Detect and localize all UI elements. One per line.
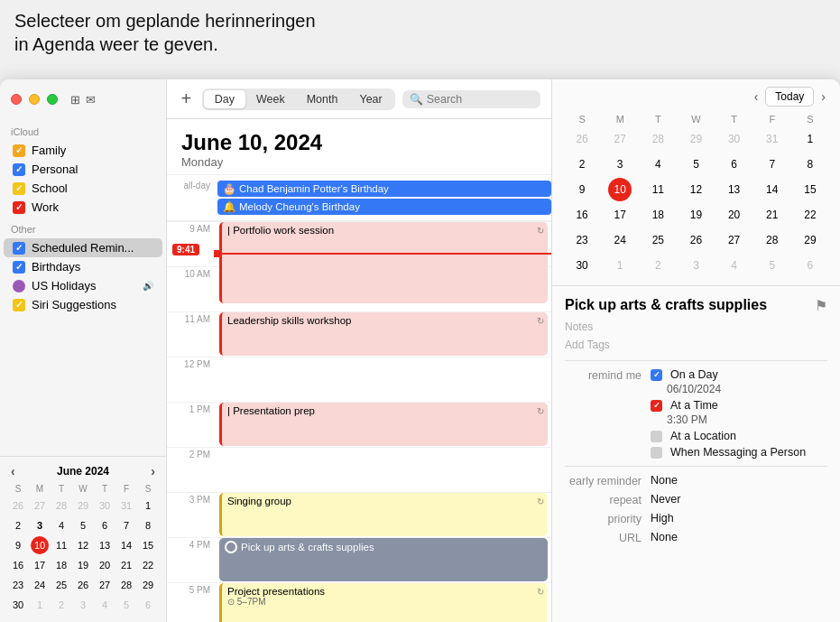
right-cal-day[interactable]: 5 — [761, 254, 784, 277]
sidebar-item-work[interactable]: Work — [4, 198, 162, 217]
mini-cal-prev[interactable]: ‹ — [11, 464, 15, 478]
right-cal-day[interactable]: 2 — [646, 254, 669, 277]
mini-cal-day[interactable]: 4 — [52, 516, 70, 534]
right-cal-day[interactable]: 30 — [570, 254, 594, 277]
mini-cal-day[interactable]: 7 — [117, 516, 135, 534]
right-cal-day[interactable]: 6 — [798, 254, 822, 277]
right-cal-day[interactable]: 9 — [570, 178, 594, 201]
sidebar-item-scheduled-reminders[interactable]: Scheduled Remin... — [4, 238, 162, 257]
mini-cal-day[interactable]: 31 — [117, 497, 135, 515]
add-event-button[interactable]: + — [178, 88, 195, 110]
mini-cal-day-today[interactable]: 10 — [31, 536, 49, 554]
mini-cal-day[interactable]: 27 — [31, 497, 49, 515]
mini-cal-day[interactable]: 18 — [52, 556, 70, 574]
right-cal-day[interactable]: 15 — [798, 178, 822, 201]
mini-cal-day[interactable]: 2 — [9, 516, 27, 534]
right-cal-day[interactable]: 23 — [570, 228, 594, 252]
mini-cal-day[interactable]: 28 — [52, 497, 70, 515]
us-holidays-checkbox[interactable] — [13, 280, 25, 292]
right-cal-day[interactable]: 26 — [684, 228, 707, 252]
right-cal-day[interactable]: 17 — [608, 203, 632, 227]
right-cal-prev[interactable]: ‹ — [751, 88, 762, 106]
mini-cal-day[interactable]: 26 — [74, 576, 92, 594]
tab-year[interactable]: Year — [348, 90, 392, 108]
mini-cal-day[interactable]: 29 — [74, 497, 92, 515]
mini-cal-day[interactable]: 24 — [31, 576, 49, 594]
right-cal-day[interactable]: 31 — [761, 127, 784, 151]
mini-cal-day[interactable]: 3 — [74, 596, 92, 614]
reminder-flag-button[interactable]: ⚑ — [815, 297, 827, 314]
right-cal-day[interactable]: 14 — [761, 178, 784, 201]
maximize-button[interactable] — [47, 94, 58, 105]
mini-cal-day[interactable]: 14 — [117, 536, 135, 554]
right-cal-day[interactable]: 13 — [723, 178, 746, 201]
close-button[interactable] — [11, 94, 22, 105]
right-cal-day[interactable]: 28 — [761, 228, 784, 252]
right-cal-day[interactable]: 29 — [798, 228, 822, 252]
mini-cal-day[interactable]: 28 — [117, 576, 135, 594]
event-pickup-arts[interactable]: Pick up arts & crafts supplies — [219, 538, 548, 581]
mini-cal-day[interactable]: 30 — [9, 596, 27, 614]
mini-cal-day[interactable]: 1 — [31, 596, 49, 614]
mini-cal-day[interactable]: 23 — [9, 576, 27, 594]
sidebar-item-family[interactable]: Family — [4, 141, 162, 160]
all-day-event-chad[interactable]: 🎂 Chad Benjamin Potter's Birthday — [217, 181, 551, 197]
right-cal-day[interactable]: 4 — [646, 153, 669, 176]
sidebar-item-school[interactable]: School — [4, 179, 162, 198]
sidebar-item-us-holidays[interactable]: US Holidays 🔊 — [4, 276, 162, 295]
school-checkbox[interactable] — [13, 182, 25, 195]
right-cal-day[interactable]: 12 — [684, 178, 707, 201]
timed-events-scroll[interactable]: 9 AM 9:41 | Portfolio work session — [167, 221, 551, 622]
mini-cal-day[interactable]: 9 — [9, 536, 27, 554]
mini-cal-day[interactable]: 6 — [96, 516, 114, 534]
mini-cal-day[interactable]: 12 — [74, 536, 92, 554]
right-cal-day-today[interactable]: 10 — [608, 178, 632, 201]
all-day-event-melody[interactable]: 🔔 Melody Cheung's Birthday — [217, 199, 551, 215]
mini-cal-day[interactable]: 21 — [117, 556, 135, 574]
tab-day[interactable]: Day — [204, 90, 245, 108]
mini-cal-day[interactable]: 19 — [74, 556, 92, 574]
scheduled-reminders-checkbox[interactable] — [13, 242, 25, 255]
mini-cal-next[interactable]: › — [151, 464, 155, 478]
right-cal-day[interactable]: 3 — [684, 254, 707, 277]
event-project-presentations[interactable]: Project presentations ⊙ 5–7PM ↻ — [219, 583, 548, 622]
mini-cal-day[interactable]: 4 — [96, 596, 114, 614]
mini-cal-day[interactable]: 3 — [31, 516, 49, 534]
right-cal-day[interactable]: 19 — [684, 203, 707, 227]
mini-cal-day[interactable]: 25 — [52, 576, 70, 594]
event-leadership-workshop[interactable]: Leadership skills workshop ↻ — [219, 312, 548, 356]
at-a-time-checkbox[interactable] — [651, 400, 662, 412]
mini-cal-day[interactable]: 20 — [96, 556, 114, 574]
mini-cal-day[interactable]: 30 — [96, 497, 114, 515]
today-button[interactable]: Today — [765, 87, 814, 107]
right-cal-day[interactable]: 27 — [608, 127, 632, 151]
mini-cal-day[interactable]: 5 — [117, 596, 135, 614]
right-cal-day[interactable]: 5 — [684, 153, 707, 176]
mini-cal-day[interactable]: 15 — [139, 536, 157, 554]
right-cal-day[interactable]: 25 — [646, 228, 669, 252]
right-cal-day[interactable]: 18 — [646, 203, 669, 227]
mini-cal-day[interactable]: 13 — [96, 536, 114, 554]
right-cal-day[interactable]: 6 — [723, 153, 746, 176]
event-singing-group[interactable]: Singing group ↻ — [219, 493, 548, 536]
right-cal-day[interactable]: 8 — [798, 153, 822, 176]
right-cal-day[interactable]: 22 — [798, 203, 822, 227]
when-messaging-checkbox[interactable] — [651, 447, 662, 459]
right-cal-day[interactable]: 1 — [798, 127, 822, 151]
on-a-day-checkbox[interactable] — [651, 369, 662, 381]
right-cal-day[interactable]: 30 — [723, 127, 746, 151]
mini-cal-day[interactable]: 2 — [52, 596, 70, 614]
minimize-button[interactable] — [29, 94, 40, 105]
right-cal-day[interactable]: 1 — [608, 254, 632, 277]
right-cal-day[interactable]: 21 — [761, 203, 784, 227]
mini-cal-day[interactable]: 26 — [9, 497, 27, 515]
mini-cal-day[interactable]: 29 — [139, 576, 157, 594]
right-cal-day[interactable]: 27 — [723, 228, 746, 252]
mini-cal-day[interactable]: 22 — [139, 556, 157, 574]
right-cal-day[interactable]: 2 — [570, 153, 594, 176]
right-cal-day[interactable]: 29 — [684, 127, 707, 151]
mini-cal-day[interactable]: 5 — [74, 516, 92, 534]
birthdays-checkbox[interactable] — [13, 261, 25, 274]
right-cal-day[interactable]: 7 — [761, 153, 784, 176]
mini-cal-day[interactable]: 8 — [139, 516, 157, 534]
